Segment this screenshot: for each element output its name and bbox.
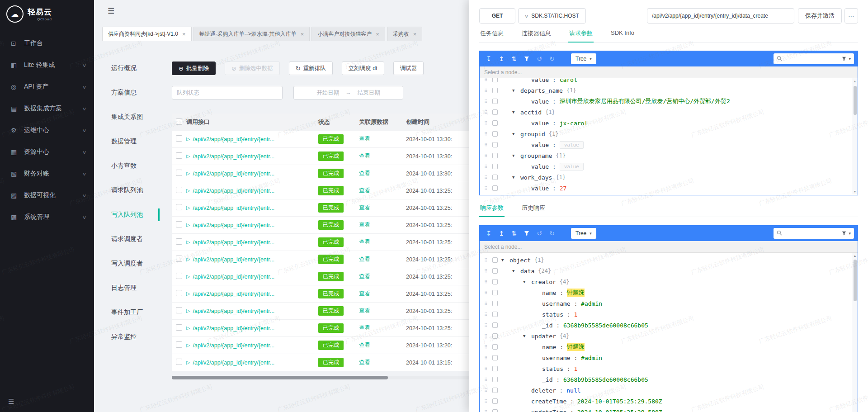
api-endpoint-link[interactable]: /api/v2/app/{app_id}/entry/{entr... [193, 274, 274, 280]
date-range-picker[interactable]: 开始日期 → 结束日期 [293, 86, 403, 99]
node-checkbox[interactable] [492, 398, 498, 404]
editor-search[interactable]: ▾ [774, 228, 854, 239]
horizontal-scroll-thumb[interactable] [172, 376, 388, 379]
empty-value-placeholder[interactable]: value [560, 141, 584, 149]
http-method-select[interactable]: GET [479, 8, 515, 24]
node-checkbox[interactable] [492, 333, 498, 339]
subnav-item[interactable]: 请求队列池 [94, 178, 160, 203]
toolbar-button[interactable]: ⊘ 删除选中数据 [225, 62, 280, 75]
subnav-item[interactable]: 方案信息 [94, 81, 160, 105]
api-endpoint-link[interactable]: /api/v2/app/{app_id}/entry/{entr... [193, 222, 274, 228]
panel-tab[interactable]: 请求参数 [568, 27, 594, 43]
drag-handle-icon[interactable]: ⠿ [484, 153, 492, 158]
tree-node-row[interactable]: ⠿ ▼ object {1} [484, 255, 850, 265]
tree-node-row[interactable]: ⠿ ▼ deleter null [484, 385, 850, 396]
node-checkbox[interactable] [492, 185, 498, 191]
row-checkbox[interactable] [176, 204, 182, 210]
subnav-item[interactable]: 集成关系图 [94, 105, 160, 129]
drag-handle-icon[interactable]: ⠿ [484, 410, 492, 412]
close-icon[interactable]: × [413, 31, 417, 38]
host-select[interactable]: ∨ SDK.STATIC.HOST [518, 8, 586, 24]
row-checkbox[interactable] [176, 135, 182, 142]
sort-icon[interactable]: ⇅ [509, 53, 519, 64]
redo-icon[interactable]: ↻ [547, 228, 557, 239]
filter-icon[interactable] [521, 228, 532, 239]
node-checkbox[interactable] [492, 164, 498, 169]
sidebar-item[interactable]: ▦ 资源中心 ∨ [0, 141, 94, 163]
toolbar-button[interactable]: ↻ 重新排队 [289, 62, 333, 75]
sidebar-item[interactable]: ▨ 数据可视化 ∨ [0, 185, 94, 206]
node-checkbox[interactable] [492, 301, 498, 306]
collapse-caret-icon[interactable]: ▼ [512, 153, 520, 158]
scroll-up-icon[interactable]: ▲ [854, 254, 857, 258]
api-endpoint-link[interactable]: /api/v2/app/{app_id}/entry/{entr... [193, 170, 274, 177]
more-options-button[interactable]: ⋯ [844, 8, 858, 24]
collapse-caret-icon[interactable]: ▼ [512, 110, 520, 114]
drag-handle-icon[interactable]: ⠿ [484, 258, 492, 263]
sidebar-item[interactable]: ▤ 数据集成方案 ∨ [0, 98, 94, 119]
subnav-item[interactable]: 运行概况 [94, 56, 160, 81]
tree-node-row[interactable]: ⠿ ▼ createTime 2024-10-01T05:25:29.580Z [484, 396, 850, 407]
row-checkbox[interactable] [176, 290, 182, 296]
drag-handle-icon[interactable]: ⠿ [484, 312, 492, 317]
tree-node-row[interactable]: ⠿ ▼ work_days {1} [484, 172, 850, 183]
drag-handle-icon[interactable]: ⠿ [484, 121, 492, 126]
node-path-bar[interactable]: Select a node... [480, 241, 858, 253]
node-checkbox[interactable] [492, 99, 498, 104]
sidebar-item[interactable]: ⚙ 运维中心 ∨ [0, 119, 94, 141]
collapse-caret-icon[interactable]: ▼ [512, 175, 520, 180]
sidebar-item[interactable]: ◧ Lite 轻集成 ∨ [0, 54, 94, 76]
view-source-link[interactable]: 查看 [359, 222, 370, 228]
drag-handle-icon[interactable]: ⠿ [484, 110, 492, 115]
workspace-tab[interactable]: 小满客户对接领猫客户 × [311, 27, 385, 41]
view-source-link[interactable]: 查看 [359, 239, 370, 245]
api-endpoint-link[interactable]: /api/v2/app/{app_id}/entry/{entr... [193, 239, 274, 246]
node-checkbox[interactable] [492, 312, 498, 317]
drag-handle-icon[interactable]: ⠿ [484, 345, 492, 350]
row-checkbox[interactable] [176, 273, 182, 279]
view-source-link[interactable]: 查看 [359, 170, 370, 176]
save-activate-button[interactable]: 保存并激活 [798, 8, 842, 24]
view-source-link[interactable]: 查看 [359, 136, 370, 142]
panel-tab[interactable]: SDK Info [610, 27, 635, 42]
workspace-tab[interactable]: 采购收 × [387, 27, 423, 41]
node-checkbox[interactable] [492, 388, 498, 393]
workspace-tab[interactable]: 畅捷通-采购入库单-->聚水潭-其他入库单 × [193, 27, 310, 41]
search-filter-icon[interactable] [842, 55, 846, 63]
sidebar-item[interactable]: ◎ API 资产 ∨ [0, 76, 94, 98]
subnav-item[interactable]: 异常监控 [94, 325, 160, 349]
api-endpoint-link[interactable]: /api/v2/app/{app_id}/entry/{entr... [193, 153, 274, 160]
node-checkbox[interactable] [492, 142, 498, 147]
drag-handle-icon[interactable]: ⠿ [484, 355, 492, 360]
search-filter-icon[interactable] [842, 229, 846, 237]
drag-handle-icon[interactable]: ⠿ [484, 279, 492, 284]
scroll-thumb[interactable] [854, 86, 857, 115]
undo-icon[interactable]: ↺ [534, 228, 545, 239]
node-checkbox[interactable] [492, 322, 498, 328]
tree-node-row[interactable]: ⠿ ▼ value 深圳市景欣泰家居用品有限公司/景欣泰/营销中心/外贸部/外贸… [484, 96, 850, 107]
drag-handle-icon[interactable]: ⠿ [484, 301, 492, 306]
row-checkbox[interactable] [176, 187, 182, 193]
node-checkbox[interactable] [492, 131, 498, 137]
undo-icon[interactable]: ↺ [534, 53, 545, 64]
drag-handle-icon[interactable]: ⠿ [484, 334, 492, 339]
close-icon[interactable]: × [301, 31, 304, 38]
sidebar-item[interactable]: ▩ 系统管理 ∨ [0, 206, 94, 228]
endpoint-url-input[interactable] [647, 8, 794, 24]
tree-node-row[interactable]: ⠿ ▼ _id 6368b9b5585de60008c66b05 [484, 320, 850, 331]
row-checkbox[interactable] [176, 307, 182, 313]
vertical-scrollbar[interactable]: ▲ ▼ [852, 78, 858, 195]
api-endpoint-link[interactable]: /api/v2/app/{app_id}/entry/{entr... [193, 188, 274, 194]
api-endpoint-link[interactable]: /api/v2/app/{app_id}/entry/{entr... [193, 325, 274, 331]
view-source-link[interactable]: 查看 [359, 273, 370, 279]
drag-handle-icon[interactable]: ⠿ [484, 377, 492, 382]
subnav-item[interactable]: 请求调度者 [94, 227, 160, 251]
search-input[interactable] [784, 230, 840, 237]
view-source-link[interactable]: 查看 [359, 204, 370, 211]
node-checkbox[interactable] [492, 377, 498, 382]
api-endpoint-link[interactable]: /api/v2/app/{app_id}/entry/{entr... [193, 342, 274, 349]
close-icon[interactable]: × [376, 31, 379, 38]
drag-handle-icon[interactable]: ⠿ [484, 323, 492, 328]
collapse-all-icon[interactable]: ↥ [496, 53, 507, 64]
api-endpoint-link[interactable]: /api/v2/app/{app_id}/entry/{entr... [193, 136, 274, 142]
